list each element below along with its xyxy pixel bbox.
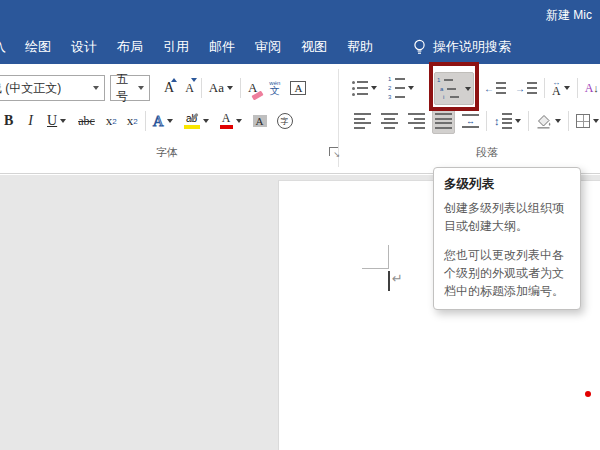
chevron-down-icon	[555, 119, 561, 123]
divider	[201, 78, 202, 98]
divider	[544, 78, 545, 98]
paragraph-mark: ↵	[392, 271, 403, 286]
chevron-down-icon	[236, 119, 242, 123]
font-row-1: 等线 (中文正文) 五号 A A Aa A	[0, 74, 308, 102]
caret-down-icon	[191, 78, 197, 82]
tell-me-search[interactable]: 操作说明搜索	[413, 38, 511, 56]
window-title: 新建 Mic	[546, 7, 592, 24]
underline-icon: U	[47, 113, 57, 129]
indent-lines	[496, 82, 506, 94]
tab-review[interactable]: 审阅	[255, 38, 281, 56]
sort-icon: A	[585, 81, 594, 96]
font-color-icon: A	[220, 113, 233, 129]
shading-button[interactable]	[534, 109, 563, 134]
strikethrough-button[interactable]: abc	[76, 109, 97, 134]
tab-layout[interactable]: 布局	[117, 38, 143, 56]
subscript-button[interactable]: x2	[104, 109, 119, 134]
line-spacing-button[interactable]: ↕	[492, 109, 523, 134]
strikethrough-icon: abc	[78, 114, 95, 129]
change-case-button[interactable]: Aa	[207, 76, 235, 101]
clear-formatting-button[interactable]: A	[246, 76, 259, 101]
superscript-digit: 2	[133, 117, 137, 126]
numbering-icon: 1 2 3	[388, 76, 405, 100]
justify-icon	[435, 113, 452, 129]
red-annotation-box	[429, 62, 479, 111]
tab-references[interactable]: 引用	[163, 38, 189, 56]
increase-indent-button[interactable]: →	[513, 76, 539, 101]
align-left-button[interactable]	[352, 109, 373, 134]
bullets-button[interactable]	[350, 76, 379, 101]
decrease-indent-button[interactable]: ←	[482, 76, 508, 101]
borders-icon	[576, 114, 590, 128]
tab-mailings[interactable]: 邮件	[209, 38, 235, 56]
tab-design[interactable]: 设计	[71, 38, 97, 56]
shrink-font-button[interactable]: A	[183, 76, 196, 101]
character-shading-button[interactable]: A	[251, 109, 269, 134]
divider	[568, 111, 569, 131]
asian-layout-button[interactable]: ↔ A	[550, 76, 572, 101]
tooltip-text-line: 目或创建大纲。	[444, 217, 570, 235]
justify-button[interactable]	[432, 109, 455, 134]
text-effects-button[interactable]: A	[151, 109, 175, 134]
borders-button[interactable]	[574, 109, 600, 134]
bold-icon: B	[4, 113, 13, 129]
font-color-bar	[220, 125, 233, 129]
text-cursor	[388, 271, 390, 291]
paragraph-group-label: 段落	[457, 145, 517, 160]
bold-button[interactable]: B	[2, 109, 15, 134]
font-name-combobox[interactable]: 等线 (中文正文)	[0, 75, 105, 101]
chevron-down-icon	[227, 86, 233, 90]
paint-bucket-icon	[536, 114, 552, 129]
asian-layout-icon: ↔ A	[552, 80, 561, 97]
numbering-button[interactable]: 1 2 3	[386, 76, 416, 101]
italic-icon: I	[28, 113, 33, 129]
align-left-icon	[354, 113, 371, 129]
change-case-icon: Aa	[209, 80, 224, 96]
tab-insert-clipped[interactable]: 入	[0, 38, 6, 56]
enclose-characters-button[interactable]: 字	[275, 109, 295, 134]
tooltip-text-line: 创建多级列表以组织项	[444, 199, 570, 217]
tab-help[interactable]: 帮助	[347, 38, 373, 56]
chevron-down-icon	[371, 86, 377, 90]
paragraph-row-1: 1 2 3	[350, 74, 416, 102]
subscript-digit: 2	[112, 117, 116, 126]
chevron-down-icon	[408, 86, 414, 90]
indent-left-arrow-icon: ←	[484, 83, 494, 94]
tooltip-title: 多级列表	[444, 176, 570, 193]
grow-font-button[interactable]: A	[162, 76, 176, 101]
font-size-combobox[interactable]: 五号	[110, 75, 150, 101]
font-dialog-launcher[interactable]: ↘	[329, 147, 338, 156]
font-group-label: 字体	[137, 145, 197, 160]
word-window: 新建 Mic 入 绘图 设计 布局 引用 邮件 审阅 视图 帮助 操作说明搜索	[0, 0, 600, 450]
divider	[528, 111, 529, 131]
align-right-button[interactable]	[406, 109, 427, 134]
character-border-button[interactable]: A	[288, 76, 308, 101]
tooltip-text-line: 个级别的外观或者为文	[444, 264, 570, 282]
indent-lines	[527, 82, 537, 94]
tab-draw[interactable]: 绘图	[25, 38, 51, 56]
multilevel-list-tooltip: 多级列表 创建多级列表以组织项 目或创建大纲。 您也可以更改列表中各 个级别的外…	[433, 167, 581, 310]
align-center-icon	[381, 113, 398, 129]
highlight-icon: ab	[184, 114, 200, 129]
phonetic-guide-button[interactable]: wén 文	[267, 76, 282, 101]
superscript-button[interactable]: x2	[125, 109, 140, 134]
tab-view[interactable]: 视图	[301, 38, 327, 56]
paragraph-row-1b: ← → ↔ A A ↓	[482, 74, 600, 102]
character-shading-icon: A	[253, 115, 267, 127]
italic-button[interactable]: I	[26, 109, 35, 134]
chevron-down-icon	[93, 86, 99, 90]
title-bar: 新建 Mic 入 绘图 设计 布局 引用 邮件 审阅 视图 帮助 操作说明搜索	[0, 0, 600, 64]
align-center-button[interactable]	[379, 109, 400, 134]
phonetic-icon: 文	[270, 86, 280, 96]
underline-button[interactable]: U	[45, 109, 68, 134]
tooltip-text-line: 档中的标题添加编号。	[444, 282, 570, 300]
margin-crop-mark-horizontal	[362, 268, 389, 269]
font-size-value: 五号	[116, 71, 134, 105]
divider	[240, 78, 241, 98]
margin-crop-mark-vertical	[388, 245, 389, 268]
text-highlight-button[interactable]: ab	[182, 109, 211, 134]
chevron-down-icon	[564, 86, 570, 90]
font-color-button[interactable]: A	[218, 109, 244, 134]
sort-button[interactable]: A ↓	[583, 76, 600, 101]
distribute-button[interactable]: ↔	[460, 109, 481, 134]
